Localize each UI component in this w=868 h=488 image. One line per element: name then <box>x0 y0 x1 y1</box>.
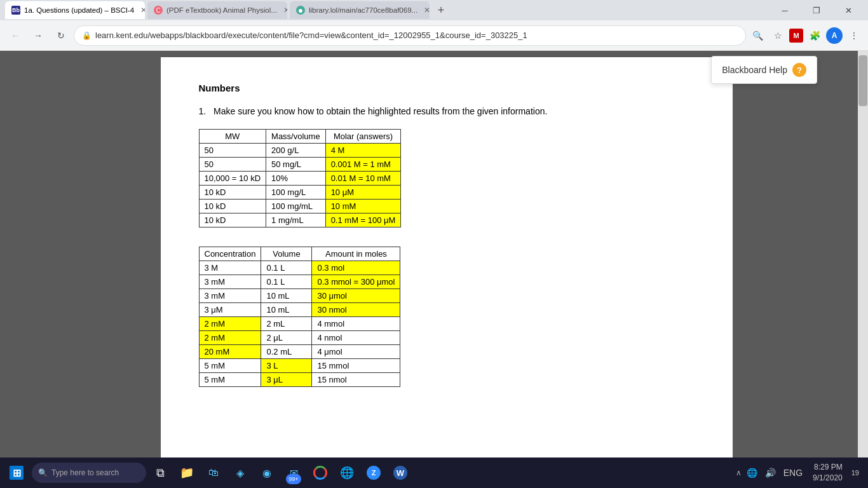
table2-cell-vol: 10 mL <box>261 303 312 317</box>
bookmark-icon[interactable]: ☆ <box>769 27 787 44</box>
blackboard-help-popup[interactable]: Blackboard Help ? <box>711 56 817 84</box>
restore-button[interactable]: ❐ <box>802 0 831 20</box>
instruction-number: 1. <box>199 106 207 116</box>
table2-cell-amount: 4 mmol <box>312 317 400 331</box>
table2-cell-vol: 2 μL <box>261 331 312 345</box>
table1-cell-mass: 10% <box>266 172 326 186</box>
taskbar-search[interactable]: 🔍 Type here to search <box>32 463 146 483</box>
table1-cell-mass: 100 mg/L <box>266 186 326 200</box>
table2-cell-conc: 5 mM <box>199 373 261 387</box>
taskbar-store[interactable]: 🛍 <box>201 459 226 487</box>
forward-button[interactable]: → <box>28 25 48 46</box>
tab-2-close[interactable]: ✕ <box>283 6 287 15</box>
taskbar-zoom[interactable]: Z <box>361 459 386 487</box>
tab-1[interactable]: Bb 1a. Questions (updated) – BSCI-4 ✕ <box>5 1 145 19</box>
new-tab-button[interactable]: + <box>432 1 450 19</box>
reload-button[interactable]: ↻ <box>51 25 71 46</box>
table2-cell-amount: 15 nmol <box>312 373 400 387</box>
table1-cell-mw: 50 <box>199 158 266 172</box>
notification-count[interactable]: 19 <box>850 468 860 478</box>
taskbar-badge-app[interactable]: ✉ 99+ <box>281 459 306 487</box>
search-icon[interactable]: 🔍 <box>749 27 766 44</box>
taskbar-chrome[interactable] <box>308 459 333 487</box>
chrome-icon <box>313 466 327 480</box>
start-button[interactable]: ⊞ <box>3 459 31 487</box>
search-icon-taskbar: 🔍 <box>38 468 48 477</box>
taskbar-word[interactable]: W <box>388 459 413 487</box>
table1-header-mass: Mass/volume <box>266 130 326 144</box>
right-sidebar <box>858 51 868 458</box>
menu-icon[interactable]: ⋮ <box>845 27 863 44</box>
table2: Concentration Volume Amount in moles 3 M… <box>199 247 401 387</box>
back-button[interactable]: ← <box>5 25 25 46</box>
lock-icon: 🔒 <box>82 31 92 40</box>
taskbar: ⊞ 🔍 Type here to search ⧉ 📁 🛍 ◈ ◉ ✉ 99+ … <box>0 458 868 488</box>
table2-cell-conc: 3 mM <box>199 289 261 303</box>
taskbar-dropbox[interactable]: ◈ <box>227 459 253 487</box>
zoom-icon: Z <box>367 466 381 480</box>
profile-avatar[interactable]: A <box>826 27 843 44</box>
tab-3-close[interactable]: ✕ <box>424 6 430 15</box>
page-area: Blackboard Help ? Numbers 1. Make sure y… <box>35 51 858 458</box>
taskbar-time[interactable]: 8:29 PM 9/1/2020 <box>808 462 848 484</box>
date-display: 9/1/2020 <box>813 473 843 484</box>
taskbar-search-placeholder: Type here to search <box>51 468 119 477</box>
taskbar-explorer[interactable]: 📁 <box>174 459 200 487</box>
taskbar-edge[interactable]: 🌐 <box>334 459 360 487</box>
table2-cell-vol: 3 μL <box>261 373 312 387</box>
table1-cell-molar: 0.001 M = 1 mM <box>325 158 401 172</box>
tab-2[interactable]: C (PDF eTextbook) Animal Physiol... ✕ <box>147 1 287 19</box>
table2-cell-conc: 3 M <box>199 261 261 275</box>
window-controls: ─ ❐ ✕ <box>770 0 863 20</box>
minimize-button[interactable]: ─ <box>770 0 799 20</box>
volume-icon[interactable]: 🔊 <box>763 466 778 479</box>
help-icon[interactable]: ? <box>792 63 806 77</box>
table1-cell-mass: 200 g/L <box>266 144 326 158</box>
table2-cell-vol: 3 L <box>261 359 312 373</box>
taskbar-task-view[interactable]: ⧉ <box>147 459 173 487</box>
table1-cell-molar: 10 μM <box>325 186 401 200</box>
table2-cell-vol: 0.1 L <box>261 261 312 275</box>
table2-cell-conc: 3 μM <box>199 303 261 317</box>
scrollbar-track[interactable] <box>858 51 868 458</box>
left-sidebar <box>0 51 35 458</box>
blackboard-help-label: Blackboard Help <box>722 65 787 75</box>
table1-cell-mw: 10 kD <box>199 214 266 227</box>
extension-icon-red[interactable]: M <box>789 29 803 43</box>
table2-cell-conc: 2 mM <box>199 317 261 331</box>
tab-3-favicon: ● <box>296 6 305 15</box>
table2-cell-amount: 4 μmol <box>312 345 400 359</box>
table1-cell-mass: 1 mg/mL <box>266 214 326 227</box>
network-icon[interactable]: 🌐 <box>744 466 760 479</box>
table1-cell-mass: 100 mg/mL <box>266 200 326 214</box>
tab-3-label: library.lol/main/ac770ce8baf069... <box>309 6 417 14</box>
scrollbar-thumb[interactable] <box>858 55 867 106</box>
taskbar-coinbase[interactable]: ◉ <box>254 459 280 487</box>
time-display: 8:29 PM <box>813 462 843 473</box>
table1-header-mw: MW <box>199 130 266 144</box>
lang-label: ENG <box>781 466 805 479</box>
table1-wrapper: MW Mass/volume Molar (answers) 50200 g/L… <box>199 129 695 227</box>
instruction-wrapper: 1. Make sure you know how to obtain the … <box>199 106 695 116</box>
system-tray-expand[interactable]: ∧ <box>736 468 742 477</box>
close-button[interactable]: ✕ <box>834 0 863 20</box>
table2-cell-amount: 0.3 mol <box>312 261 400 275</box>
tab-1-favicon: Bb <box>11 6 20 15</box>
url-bar[interactable]: 🔒 learn.kent.edu/webapps/blackboard/exec… <box>74 25 746 46</box>
table1-cell-mw: 50 <box>199 144 266 158</box>
table2-cell-vol: 10 mL <box>261 289 312 303</box>
windows-icon: ⊞ <box>10 466 24 480</box>
address-bar-icons: 🔍 ☆ M 🧩 A ⋮ <box>749 27 863 44</box>
table2-header-vol: Volume <box>261 247 312 261</box>
table2-header-amount: Amount in moles <box>312 247 400 261</box>
table1-cell-molar: 10 mM <box>325 200 401 214</box>
table2-cell-amount: 0.3 mmol = 300 μmol <box>312 275 400 289</box>
table2-cell-amount: 30 nmol <box>312 303 400 317</box>
table2-cell-amount: 4 nmol <box>312 331 400 345</box>
url-text: learn.kent.edu/webapps/blackboard/execut… <box>95 30 738 40</box>
tab-1-close[interactable]: ✕ <box>140 6 145 15</box>
table1: MW Mass/volume Molar (answers) 50200 g/L… <box>199 129 402 227</box>
tab-3[interactable]: ● library.lol/main/ac770ce8baf069... ✕ <box>290 1 430 19</box>
extensions-icon[interactable]: 🧩 <box>806 27 824 44</box>
table2-header-conc: Concentration <box>199 247 261 261</box>
